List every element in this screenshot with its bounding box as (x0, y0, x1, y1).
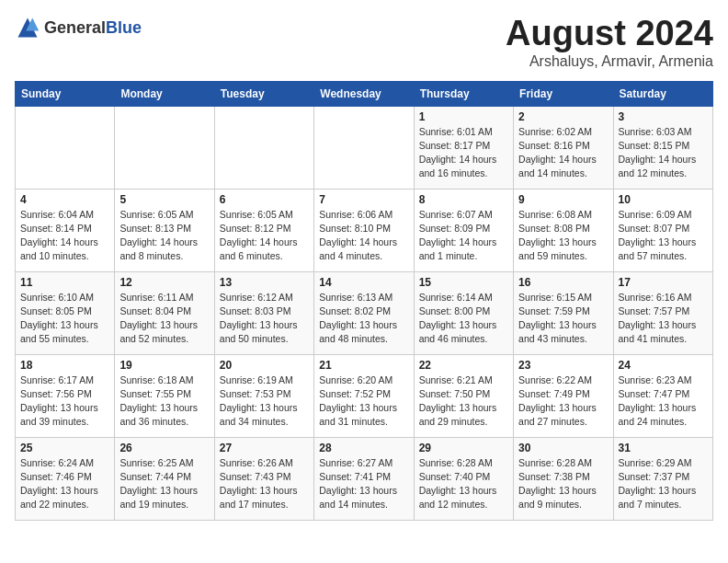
day-number: 24 (619, 359, 708, 372)
cell-details: Sunrise: 6:06 AM Sunset: 8:10 PM Dayligh… (319, 208, 408, 264)
day-header-sunday: Sunday (16, 81, 115, 106)
day-number: 9 (518, 193, 608, 206)
cell-details: Sunrise: 6:09 AM Sunset: 8:07 PM Dayligh… (619, 208, 708, 264)
cell-details: Sunrise: 6:22 AM Sunset: 7:49 PM Dayligh… (518, 373, 608, 430)
calendar-cell: 16Sunrise: 6:15 AM Sunset: 7:59 PM Dayli… (514, 271, 613, 354)
calendar-cell: 24Sunrise: 6:23 AM Sunset: 7:47 PM Dayli… (613, 354, 712, 437)
calendar-cell: 31Sunrise: 6:29 AM Sunset: 7:37 PM Dayli… (613, 437, 712, 520)
calendar-cell (115, 106, 214, 189)
calendar-cell: 18Sunrise: 6:17 AM Sunset: 7:56 PM Dayli… (16, 354, 115, 437)
calendar-week-row: 25Sunrise: 6:24 AM Sunset: 7:46 PM Dayli… (16, 437, 713, 520)
day-number: 7 (319, 193, 408, 206)
calendar-cell: 7Sunrise: 6:06 AM Sunset: 8:10 PM Daylig… (314, 189, 414, 271)
calendar-cell: 29Sunrise: 6:28 AM Sunset: 7:40 PM Dayli… (414, 437, 513, 520)
day-number: 8 (419, 193, 508, 206)
calendar-cell (214, 106, 313, 189)
calendar-cell: 20Sunrise: 6:19 AM Sunset: 7:53 PM Dayli… (214, 354, 313, 437)
calendar-cell: 2Sunrise: 6:02 AM Sunset: 8:16 PM Daylig… (514, 106, 613, 189)
day-number: 1 (419, 110, 508, 123)
calendar-cell: 25Sunrise: 6:24 AM Sunset: 7:46 PM Dayli… (16, 437, 115, 520)
day-header-thursday: Thursday (414, 81, 513, 106)
cell-details: Sunrise: 6:15 AM Sunset: 7:59 PM Dayligh… (518, 291, 608, 347)
calendar-cell: 30Sunrise: 6:28 AM Sunset: 7:38 PM Dayli… (514, 437, 613, 520)
calendar-cell: 8Sunrise: 6:07 AM Sunset: 8:09 PM Daylig… (414, 189, 513, 271)
day-number: 16 (518, 276, 608, 289)
cell-details: Sunrise: 6:11 AM Sunset: 8:04 PM Dayligh… (119, 291, 209, 347)
cell-details: Sunrise: 6:17 AM Sunset: 7:56 PM Dayligh… (20, 373, 109, 430)
calendar-cell (16, 106, 115, 189)
calendar-cell: 9Sunrise: 6:08 AM Sunset: 8:08 PM Daylig… (514, 189, 613, 271)
day-number: 3 (619, 110, 708, 123)
calendar-cell: 12Sunrise: 6:11 AM Sunset: 8:04 PM Dayli… (115, 271, 214, 354)
day-number: 23 (518, 359, 608, 372)
day-number: 25 (20, 442, 109, 454)
day-number: 20 (220, 359, 309, 372)
cell-details: Sunrise: 6:27 AM Sunset: 7:41 PM Dayligh… (319, 456, 408, 512)
calendar-cell: 5Sunrise: 6:05 AM Sunset: 8:13 PM Daylig… (115, 189, 214, 271)
logo-blue-text: Blue (106, 18, 142, 37)
calendar-cell: 10Sunrise: 6:09 AM Sunset: 8:07 PM Dayli… (613, 189, 712, 271)
cell-details: Sunrise: 6:10 AM Sunset: 8:05 PM Dayligh… (20, 291, 109, 347)
cell-details: Sunrise: 6:29 AM Sunset: 7:37 PM Dayligh… (619, 456, 708, 512)
cell-details: Sunrise: 6:28 AM Sunset: 7:40 PM Dayligh… (419, 456, 508, 512)
cell-details: Sunrise: 6:24 AM Sunset: 7:46 PM Dayligh… (20, 456, 109, 512)
calendar-cell: 21Sunrise: 6:20 AM Sunset: 7:52 PM Dayli… (314, 354, 414, 437)
cell-details: Sunrise: 6:07 AM Sunset: 8:09 PM Dayligh… (419, 208, 508, 264)
day-number: 15 (419, 276, 508, 289)
logo: GeneralBlue (15, 15, 142, 40)
day-number: 5 (119, 193, 209, 206)
day-number: 6 (220, 193, 309, 206)
day-number: 27 (220, 442, 309, 454)
cell-details: Sunrise: 6:14 AM Sunset: 8:00 PM Dayligh… (419, 291, 508, 347)
calendar-week-row: 4Sunrise: 6:04 AM Sunset: 8:14 PM Daylig… (16, 189, 713, 271)
cell-details: Sunrise: 6:25 AM Sunset: 7:44 PM Dayligh… (119, 456, 209, 512)
day-number: 26 (119, 442, 209, 454)
day-number: 10 (619, 193, 708, 206)
day-number: 2 (518, 110, 608, 123)
cell-details: Sunrise: 6:13 AM Sunset: 8:02 PM Dayligh… (319, 291, 408, 347)
cell-details: Sunrise: 6:23 AM Sunset: 7:47 PM Dayligh… (619, 373, 708, 430)
calendar-cell: 27Sunrise: 6:26 AM Sunset: 7:43 PM Dayli… (214, 437, 313, 520)
logo-general-text: General (44, 18, 106, 37)
day-number: 12 (119, 276, 209, 289)
calendar-week-row: 18Sunrise: 6:17 AM Sunset: 7:56 PM Dayli… (16, 354, 713, 437)
day-number: 29 (419, 442, 508, 454)
month-year-title: August 2024 (506, 15, 713, 53)
day-number: 14 (319, 276, 408, 289)
calendar-cell: 26Sunrise: 6:25 AM Sunset: 7:44 PM Dayli… (115, 437, 214, 520)
day-number: 13 (220, 276, 309, 289)
calendar-cell: 15Sunrise: 6:14 AM Sunset: 8:00 PM Dayli… (414, 271, 513, 354)
cell-details: Sunrise: 6:08 AM Sunset: 8:08 PM Dayligh… (518, 208, 608, 264)
cell-details: Sunrise: 6:05 AM Sunset: 8:13 PM Dayligh… (119, 208, 209, 264)
calendar-week-row: 1Sunrise: 6:01 AM Sunset: 8:17 PM Daylig… (16, 106, 713, 189)
calendar-cell (314, 106, 414, 189)
day-header-monday: Monday (115, 81, 214, 106)
calendar-cell: 4Sunrise: 6:04 AM Sunset: 8:14 PM Daylig… (16, 189, 115, 271)
day-number: 18 (20, 359, 109, 372)
calendar-cell: 19Sunrise: 6:18 AM Sunset: 7:55 PM Dayli… (115, 354, 214, 437)
day-number: 11 (20, 276, 109, 289)
calendar-cell: 23Sunrise: 6:22 AM Sunset: 7:49 PM Dayli… (514, 354, 613, 437)
cell-details: Sunrise: 6:21 AM Sunset: 7:50 PM Dayligh… (419, 373, 508, 430)
logo-icon (15, 15, 40, 40)
day-number: 31 (619, 442, 708, 454)
day-number: 22 (419, 359, 508, 372)
calendar-cell: 13Sunrise: 6:12 AM Sunset: 8:03 PM Dayli… (214, 271, 313, 354)
day-number: 17 (619, 276, 708, 289)
cell-details: Sunrise: 6:16 AM Sunset: 7:57 PM Dayligh… (619, 291, 708, 347)
day-number: 4 (20, 193, 109, 206)
title-block: August 2024 Arshaluys, Armavir, Armenia (506, 15, 713, 70)
cell-details: Sunrise: 6:26 AM Sunset: 7:43 PM Dayligh… (220, 456, 309, 512)
cell-details: Sunrise: 6:12 AM Sunset: 8:03 PM Dayligh… (220, 291, 309, 347)
cell-details: Sunrise: 6:28 AM Sunset: 7:38 PM Dayligh… (518, 456, 608, 512)
calendar-cell: 22Sunrise: 6:21 AM Sunset: 7:50 PM Dayli… (414, 354, 513, 437)
cell-details: Sunrise: 6:20 AM Sunset: 7:52 PM Dayligh… (319, 373, 408, 430)
day-header-tuesday: Tuesday (214, 81, 313, 106)
cell-details: Sunrise: 6:05 AM Sunset: 8:12 PM Dayligh… (220, 208, 309, 264)
day-number: 28 (319, 442, 408, 454)
cell-details: Sunrise: 6:18 AM Sunset: 7:55 PM Dayligh… (119, 373, 209, 430)
day-header-saturday: Saturday (613, 81, 712, 106)
calendar-cell: 11Sunrise: 6:10 AM Sunset: 8:05 PM Dayli… (16, 271, 115, 354)
calendar-cell: 14Sunrise: 6:13 AM Sunset: 8:02 PM Dayli… (314, 271, 414, 354)
cell-details: Sunrise: 6:02 AM Sunset: 8:16 PM Dayligh… (518, 125, 608, 181)
